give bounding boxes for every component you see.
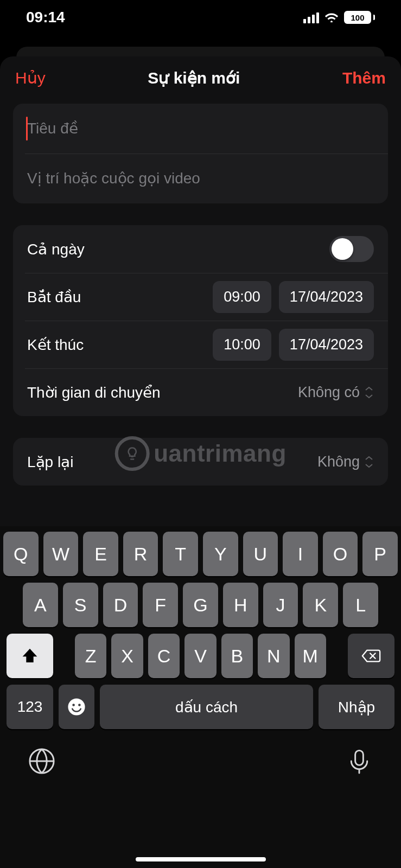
- repeat-row[interactable]: Lặp lại Không: [13, 438, 388, 486]
- add-button[interactable]: Thêm: [342, 69, 386, 87]
- home-indicator[interactable]: [136, 857, 266, 861]
- globe-key[interactable]: [27, 746, 56, 776]
- status-time: 09:14: [26, 9, 65, 26]
- key-n[interactable]: N: [258, 634, 289, 678]
- end-label: Kết thúc: [27, 336, 205, 354]
- key-x[interactable]: X: [111, 634, 143, 678]
- keyboard-row-2: ASDFGHJKL: [3, 583, 398, 627]
- sheet-title: Sự kiện mới: [148, 68, 240, 87]
- repeat-card: Lặp lại Không: [13, 438, 388, 486]
- key-i[interactable]: I: [283, 532, 318, 576]
- keyboard-row-1: QWERTYUIOP: [3, 532, 398, 576]
- repeat-label: Lặp lại: [27, 453, 317, 471]
- key-b[interactable]: B: [221, 634, 253, 678]
- event-location-input[interactable]: [27, 170, 374, 187]
- start-date-button[interactable]: 17/04/2023: [279, 281, 374, 313]
- keyboard: QWERTYUIOP ASDFGHJKL ZXCVBNM 123 dấu các…: [0, 526, 401, 868]
- key-w[interactable]: W: [43, 532, 79, 576]
- key-r[interactable]: R: [123, 532, 158, 576]
- svg-rect-4: [355, 750, 364, 765]
- status-bar: 09:14 100: [0, 0, 401, 35]
- text-cursor: [26, 117, 28, 141]
- key-f[interactable]: F: [143, 583, 178, 627]
- battery-icon: 100: [344, 11, 375, 24]
- status-right: 100: [303, 11, 375, 24]
- key-e[interactable]: E: [83, 532, 118, 576]
- svg-point-2: [78, 704, 81, 706]
- end-date-button[interactable]: 17/04/2023: [279, 329, 374, 361]
- end-time-button[interactable]: 10:00: [213, 329, 271, 361]
- start-label: Bắt đầu: [27, 288, 205, 306]
- travel-time-row[interactable]: Thời gian di chuyển Không có: [13, 368, 388, 416]
- key-d[interactable]: D: [103, 583, 138, 627]
- key-c[interactable]: C: [148, 634, 180, 678]
- travel-time-label: Thời gian di chuyển: [27, 384, 298, 401]
- key-p[interactable]: P: [362, 532, 398, 576]
- battery-level: 100: [344, 11, 371, 24]
- repeat-value: Không: [317, 454, 360, 470]
- key-l[interactable]: L: [343, 583, 378, 627]
- key-q[interactable]: Q: [3, 532, 39, 576]
- keyboard-bottom: [3, 736, 398, 776]
- allday-toggle[interactable]: [329, 236, 374, 262]
- svg-point-1: [72, 704, 75, 706]
- cancel-button[interactable]: Hủy: [15, 68, 46, 87]
- updown-chevron-icon: [364, 454, 374, 469]
- key-s[interactable]: S: [63, 583, 98, 627]
- datetime-card: Cả ngày Bắt đầu 09:00 17/04/2023 Kết thú…: [13, 225, 388, 416]
- key-k[interactable]: K: [303, 583, 338, 627]
- dictation-key[interactable]: [345, 746, 374, 776]
- key-v[interactable]: V: [184, 634, 216, 678]
- space-key[interactable]: dấu cách: [100, 685, 313, 729]
- keyboard-row-4: 123 dấu cách Nhập: [3, 685, 398, 729]
- event-title-input[interactable]: [27, 120, 374, 137]
- key-g[interactable]: G: [183, 583, 218, 627]
- title-location-card: [13, 104, 388, 203]
- key-o[interactable]: O: [323, 532, 358, 576]
- cellular-icon: [303, 11, 319, 23]
- return-key[interactable]: Nhập: [319, 685, 394, 729]
- updown-chevron-icon: [364, 385, 374, 400]
- svg-point-0: [68, 698, 85, 715]
- numbers-key[interactable]: 123: [7, 685, 53, 729]
- key-a[interactable]: A: [23, 583, 58, 627]
- key-t[interactable]: T: [163, 532, 198, 576]
- keyboard-row-3: ZXCVBNM: [3, 634, 398, 678]
- shift-key[interactable]: [7, 634, 53, 678]
- start-time-button[interactable]: 09:00: [213, 281, 271, 313]
- allday-label: Cả ngày: [27, 240, 329, 258]
- backspace-key[interactable]: [348, 634, 394, 678]
- key-z[interactable]: Z: [75, 634, 106, 678]
- key-j[interactable]: J: [263, 583, 298, 627]
- travel-time-value: Không có: [298, 384, 360, 401]
- wifi-icon: [324, 12, 339, 23]
- sheet-nav: Hủy Sự kiện mới Thêm: [0, 56, 401, 98]
- key-u[interactable]: U: [243, 532, 278, 576]
- key-h[interactable]: H: [223, 583, 258, 627]
- key-y[interactable]: Y: [203, 532, 238, 576]
- key-m[interactable]: M: [295, 634, 326, 678]
- emoji-key[interactable]: [59, 685, 94, 729]
